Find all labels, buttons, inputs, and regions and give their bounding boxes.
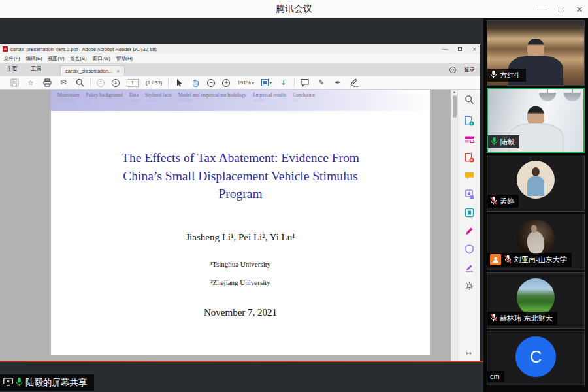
acrobat-window-title: cartax_presentation_vers.2.pdf - Adobe A… [10,46,157,52]
tab-tools[interactable]: 工具 [24,65,48,76]
vertical-scrollbar[interactable]: ▲ [451,90,457,361]
menu-view[interactable]: 视图(V) [48,56,65,62]
slide-nav-header: Motivation ○○○○○○○○ Policy background ○○… [51,90,430,111]
maximize-icon[interactable] [559,7,564,12]
acrobat-menubar: 文件(F) 编辑(E) 视图(V) 签名(S) 窗口(W) 帮助(H) [0,54,480,63]
avatar [517,161,555,199]
select-tool-icon[interactable] [174,78,184,88]
menu-help[interactable]: 帮助(H) [116,56,133,62]
pencil-icon[interactable]: ✎ [317,78,326,88]
zoom-level-value: 191% [237,80,250,86]
zoom-out-icon[interactable]: − [207,79,215,87]
tab-home[interactable]: 主页 [0,65,24,76]
create-pdf-icon[interactable] [464,152,474,163]
minimize-icon[interactable]: — [538,5,547,14]
acrobat-window: A cartax_presentation_vers.2.pdf - Adobe… [0,44,480,361]
close-icon[interactable]: × [576,4,583,15]
fill-sign-tool-icon[interactable] [464,225,474,236]
chevron-down-icon: ▾ [270,80,272,85]
mic-on-icon [490,70,497,80]
participant-tile[interactable]: 刘亚南-山东大学 [487,214,585,270]
mic-on-icon [491,137,498,147]
menu-edit[interactable]: 编辑(E) [26,56,42,62]
participant-name: 方红生 [500,71,521,80]
menu-window[interactable]: 窗口(W) [93,56,110,62]
page-count-label: (1 / 33) [146,80,162,86]
avatar [517,220,555,257]
tab-close-icon[interactable]: × [116,68,120,74]
edit-pdf-icon[interactable] [464,134,474,144]
nav-section-stylized-facts: Stylized facts ○○○○○ [145,92,172,111]
screen-share-banner: 陆毅的屏幕共享 [0,374,94,391]
comment-tool-icon[interactable] [464,171,474,181]
protect-icon[interactable] [464,244,474,254]
fill-sign-icon[interactable] [350,78,359,88]
next-page-icon[interactable]: ↓ [112,79,120,87]
participant-tile[interactable]: 方红生 [487,20,585,86]
more-tools-icon[interactable] [464,280,474,291]
hand-tool-icon[interactable] [191,78,200,88]
acrobat-minimize-icon[interactable]: — [442,46,448,52]
acrobat-toolbar: ☆ ✉ ↑ ↓ (1 / 33) [0,76,480,90]
search-tool-icon[interactable] [464,94,474,105]
mic-muted-icon [490,313,497,323]
nav-section-conclusion: Conclusion ○○ [293,92,315,111]
combine-files-icon[interactable] [464,189,474,199]
print-icon[interactable] [42,78,52,88]
organize-pages-icon[interactable] [464,207,474,218]
pdf-viewer: Motivation ○○○○○○○○ Policy background ○○… [0,90,480,361]
star-icon[interactable]: ☆ [26,78,35,88]
mic-on-icon [16,377,23,389]
participant-tile[interactable]: C cm [487,331,585,385]
scrollbar-thumb[interactable] [453,95,457,118]
menu-sign[interactable]: 签名(S) [71,56,87,62]
host-badge-icon [490,254,501,265]
tab-document[interactable]: cartax_presentation... × [60,65,125,76]
meeting-titlebar: 腾讯会议 — × [0,0,588,18]
chevron-down-icon: ▾ [252,80,254,85]
slide-affiliation-2: ²Zhejiang University [51,278,430,286]
slide-affiliation-1: ¹Tsinghua University [51,260,430,268]
slide-title: The Effects of Tax Abatement: Evidence F… [100,149,381,203]
fit-width-icon[interactable]: ↧ [279,78,288,88]
adobe-pdf-icon: A [3,46,8,52]
meeting-title: 腾讯会议 [0,3,588,15]
signature-pen-icon[interactable]: ✒ [333,78,342,88]
help-icon[interactable]: ? [449,67,456,73]
screen-share-banner-text: 陆毅的屏幕共享 [25,377,88,389]
export-pdf-icon[interactable] [464,116,474,126]
nav-section-policy-background: Policy background ○○ [86,92,122,111]
pdf-page: Motivation ○○○○○○○○ Policy background ○○… [51,90,430,355]
page-display-icon [261,79,269,86]
slide-authors: Jiasheng Li¹, Pei Li², Yi Lu¹ [51,232,430,243]
scroll-up-icon[interactable]: ▲ [451,90,457,94]
previous-page-icon: ↑ [97,79,105,87]
participant-tile[interactable]: 赫林玮-东北财大 [487,272,585,329]
avatar-letter: C [515,336,556,377]
participant-name: cm [490,372,500,380]
email-icon[interactable]: ✉ [59,78,68,88]
share-border-indicator [0,361,483,362]
acrobat-titlebar: A cartax_presentation_vers.2.pdf - Adobe… [0,44,480,54]
login-button[interactable]: 登录 [464,66,475,74]
participant-tile[interactable]: 孟婷 [487,155,585,212]
acrobat-restore-icon[interactable] [458,47,462,51]
participant-name: 孟婷 [500,197,514,206]
certificates-icon[interactable] [464,262,474,272]
zoom-in-icon[interactable]: + [222,79,230,87]
page-number-input[interactable] [127,79,139,87]
tencent-meeting-window: 腾讯会议 — × A cartax_presentation_vers.2.pd… [0,0,588,392]
mic-muted-icon [490,196,497,206]
menu-file[interactable]: 文件(F) [4,56,20,62]
mic-muted-icon [504,255,512,265]
tools-pane: ↦ [457,90,480,361]
search-icon[interactable] [75,78,84,88]
acrobat-close-icon[interactable]: × [472,46,476,53]
participant-tile-active-speaker[interactable]: 陆毅 [487,88,585,153]
participant-name: 陆毅 [500,137,515,147]
comment-icon[interactable] [301,78,310,88]
acrobat-tabbar: 主页 工具 cartax_presentation... × ? 登录 [0,63,480,76]
zoom-level-dropdown[interactable]: 191% ▾ [237,80,253,86]
expand-pane-icon[interactable]: ↦ [458,350,480,357]
page-display-dropdown[interactable]: ▾ [261,79,272,86]
